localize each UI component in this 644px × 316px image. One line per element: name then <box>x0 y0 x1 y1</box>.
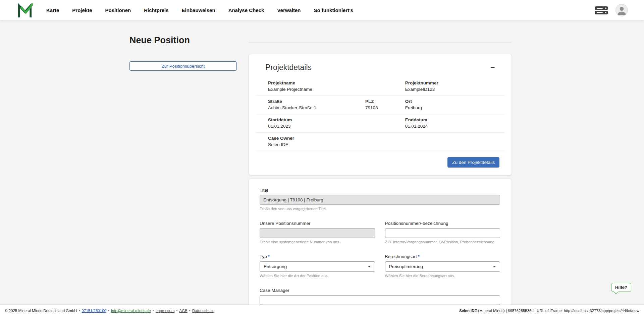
top-navigation-bar: Karte Projekte Positionen Richtpreis Ein… <box>0 0 644 20</box>
table-row: Case Owner Selen IDE <box>256 133 505 151</box>
strasse-value: Achim-Stocker-Straße 1 <box>268 105 365 110</box>
field-projektnummer: Projektnummer ExampleID123 <box>405 80 505 92</box>
chevron-down-icon <box>493 266 496 267</box>
neue-position-form-card: Titel Erhält den von uns vorgegebenen Ti… <box>249 179 512 305</box>
user-avatar[interactable] <box>615 4 628 16</box>
separator: • <box>108 309 109 313</box>
berechnungsart-group: Berechnungsart* Preisoptimierung Wählen … <box>385 254 500 278</box>
positionsnummer-label: Positionsnummer/-bezeichnung <box>385 221 500 226</box>
user-avatar-icon <box>616 4 628 16</box>
footer-session-info: Selen IDE (Mineral Minds) | 69576255536d… <box>459 309 639 313</box>
table-row: Straße Achim-Stocker-Straße 1 PLZ 79108 … <box>256 96 505 114</box>
zu-den-projektdetails-button[interactable]: Zu den Projektdetails <box>447 157 499 168</box>
collapse-icon[interactable]: – <box>489 63 497 72</box>
positionsnummer-helper: Z.B. Interne-Vorgangsnummer, LV-Position… <box>385 240 500 244</box>
field-projektname: Projektname Example Projectname <box>256 80 405 92</box>
nav-item-positionen[interactable]: Positionen <box>105 7 131 13</box>
datenschutz-link[interactable]: Datenschutz <box>192 309 214 313</box>
mineral-minds-logo[interactable] <box>17 3 33 17</box>
separator: • <box>79 309 80 313</box>
chevron-down-icon <box>368 266 371 267</box>
copyright-text: © 2025 Mineral Minds Deutschland GmbH <box>5 309 77 313</box>
footer-session-details: (Mineral Minds) | 69576255536d | URL of … <box>477 309 639 313</box>
main-nav: Karte Projekte Positionen Richtpreis Ein… <box>46 7 353 13</box>
separator: • <box>176 309 178 313</box>
berechnungsart-label: Berechnungsart* <box>385 254 500 259</box>
impressum-link[interactable]: Impressum <box>156 309 175 313</box>
header-right-actions <box>595 4 628 16</box>
hilfe-button[interactable]: Hilfe? <box>611 283 631 292</box>
field-strasse: Straße Achim-Stocker-Straße 1 <box>256 99 365 110</box>
projektname-label: Projektname <box>268 80 405 85</box>
unsere-positionsnummer-label: Unsere Positionsnummer <box>260 221 375 226</box>
email-link[interactable]: info@mineral-minds.de <box>111 309 151 313</box>
nav-item-verwalten[interactable]: Verwalten <box>277 7 301 13</box>
case-owner-value: Selen IDE <box>268 142 405 147</box>
projektname-value: Example Projectname <box>268 87 405 92</box>
field-enddatum: Enddatum 01.01.2024 <box>405 117 505 129</box>
field-plz: PLZ 79108 <box>365 99 405 110</box>
titel-helper: Erhält den von uns vorgegebenen Titel. <box>260 207 500 211</box>
ort-value: Freiburg <box>405 105 505 110</box>
nav-item-projekte[interactable]: Projekte <box>72 7 92 13</box>
projektnummer-value: ExampleID123 <box>405 87 505 92</box>
positionsnummer-group: Positionsnummer/-bezeichnung Z.B. Intern… <box>385 221 500 244</box>
projektnummer-label: Projektnummer <box>405 80 505 85</box>
typ-select[interactable]: Entsorgung <box>260 261 375 272</box>
projektdetails-card: Projektdetails – Projektname Example Pro… <box>249 54 512 175</box>
typ-group: Typ* Entsorgung Wählen Sie hier die Art … <box>260 254 375 278</box>
positionsnummer-input[interactable] <box>385 228 500 238</box>
card-reader-icon[interactable] <box>595 6 608 15</box>
required-asterisk: * <box>268 254 270 259</box>
typ-select-value: Entsorgung <box>264 264 287 269</box>
footer-left: © 2025 Mineral Minds Deutschland GmbH • … <box>5 309 214 313</box>
plz-label: PLZ <box>365 99 405 104</box>
table-row: Projektname Example Projectname Projektn… <box>256 77 505 96</box>
case-manager-group: Case Manager <box>260 288 500 305</box>
startdatum-label: Startdatum <box>268 117 405 122</box>
zur-positionsuebersicht-button[interactable]: Zur Positionsübersicht <box>129 61 237 71</box>
berechnungsart-select[interactable]: Preisoptimierung <box>385 261 500 272</box>
titel-group: Titel Erhält den von uns vorgegebenen Ti… <box>260 188 500 211</box>
unsere-positionsnummer-helper: Erhält eine systemgenerierte Nummer von … <box>260 240 375 244</box>
table-row: Startdatum 01.01.2023 Enddatum 01.01.202… <box>256 114 505 133</box>
case-manager-input[interactable] <box>260 295 500 305</box>
strasse-label: Straße <box>268 99 365 104</box>
project-details-table: Projektname Example Projectname Projektn… <box>256 77 505 151</box>
typ-label: Typ* <box>260 254 375 259</box>
page-title: Neue Position <box>129 35 237 46</box>
required-asterisk: * <box>418 254 420 259</box>
footer-bar: © 2025 Mineral Minds Deutschland GmbH • … <box>0 305 644 316</box>
enddatum-value: 01.01.2024 <box>405 124 505 129</box>
case-owner-label: Case Owner <box>268 136 405 141</box>
typ-helper: Wählen Sie hier die Art der Position aus… <box>260 274 375 278</box>
unsere-positionsnummer-input <box>260 228 375 238</box>
left-column: Zur Positionsübersicht <box>129 54 237 71</box>
main-content: Neue Position Zur Positionsübersicht Pro… <box>0 20 644 305</box>
nav-item-einbauweisen[interactable]: Einbauweisen <box>182 7 215 13</box>
ort-label: Ort <box>405 99 505 104</box>
hilfe-label: Hilfe? <box>615 285 627 290</box>
separator: • <box>189 309 191 313</box>
berechnungsart-select-value: Preisoptimierung <box>389 264 423 269</box>
titel-label: Titel <box>260 188 500 193</box>
unsere-positionsnummer-group: Unsere Positionsnummer Erhält eine syste… <box>260 221 375 244</box>
field-case-owner: Case Owner Selen IDE <box>256 136 405 147</box>
nav-item-richtpreis[interactable]: Richtpreis <box>144 7 168 13</box>
berechnungsart-helper: Wählen Sie hier die Berechnungsart aus. <box>385 274 500 278</box>
field-startdatum: Startdatum 01.01.2023 <box>256 117 405 129</box>
separator: • <box>153 309 154 313</box>
right-column: Projektdetails – Projektname Example Pro… <box>249 54 512 305</box>
nav-item-karte[interactable]: Karte <box>46 7 59 13</box>
phone-link[interactable]: 07151/250100 <box>82 309 107 313</box>
plz-value: 79108 <box>365 105 405 110</box>
projektdetails-title: Projektdetails <box>265 63 312 72</box>
agb-link[interactable]: AGB <box>179 309 187 313</box>
nav-item-analyse-check[interactable]: Analyse Check <box>228 7 264 13</box>
enddatum-label: Enddatum <box>405 117 505 122</box>
titel-input <box>260 195 500 205</box>
startdatum-value: 01.01.2023 <box>268 124 405 129</box>
page-header: Neue Position <box>129 35 512 46</box>
title-divider <box>249 43 512 43</box>
nav-item-so-funktionierts[interactable]: So funktioniert's <box>314 7 353 13</box>
